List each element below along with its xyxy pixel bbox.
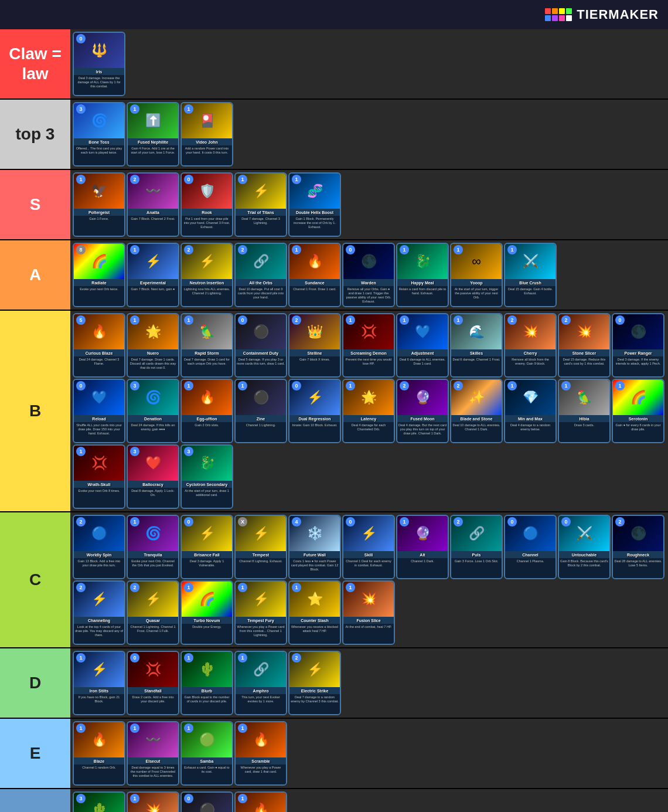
card[interactable]: 0🛡️RookPut 1 card from your draw pile in… [180,172,233,237]
card[interactable]: 1💢Screaming DemonPrevent the next time y… [342,313,395,378]
card-description: Prevent the next time you would lose HP. [343,356,394,376]
card-name: Warden [343,279,394,286]
card[interactable]: 0🔱IrisDeal 3 damage. Increase the damage… [73,32,125,96]
card-cost: 1 [238,723,247,733]
card-art-icon: 🌵 [91,803,107,812]
card[interactable]: 1🦜HibiaDraw 3 cards. [558,379,611,443]
card-name: Hibia [559,415,609,422]
card[interactable]: 1⚔️Blue CrushDeal 15 damage. Gain 4 bott… [504,243,557,307]
card[interactable]: 1🧬Double Helix BoostGain 1 Block. Perman… [288,172,341,237]
card[interactable]: 1💙AdjustmentDeal 6 damage to ALL enemies… [396,313,449,378]
card[interactable]: 3🌵SunthornAt the start of your turn, add… [73,791,125,812]
card[interactable]: 2💥CherryRemove all block from the enemy.… [504,313,557,378]
card[interactable]: 1⚫ZineChannel 1 Lightning. [234,379,287,443]
card[interactable]: 1⚡Tempest FuryWhenever you play a Power … [234,580,287,645]
card-name: Sundance [289,279,340,286]
card[interactable]: 0⚡Dual RegressionInnate: Gain 10 Block. … [288,379,341,443]
card[interactable]: 1🌊SkillesDeal 6 damage. Channel 1 Frost. [450,313,503,378]
card-cost: 1 [238,175,247,184]
card-cost: 3 [76,794,86,803]
card[interactable]: 0⚡Brisance FallDeal 3 damage. Apply 1 Vu… [180,515,233,579]
card[interactable]: 0⚫Millie PlankAt the start of your turn,… [180,791,233,812]
card[interactable]: X⚡TempestChannel 8 Lightning. Exhaust. [234,515,287,579]
card-description: Deal 3 damage. Increase the damage of AL… [74,75,124,95]
card[interactable]: 4❄️Future WallCosts 1 less ● for each Po… [288,515,341,579]
card-cost: 2 [561,315,571,325]
card[interactable]: 0🌑WardenRemove all your Orbs. Gain ● and… [342,243,395,307]
card-cost: 1 [238,583,247,592]
card-description: Deal 7 damage. Channel 3 Lightning. [236,216,286,236]
card[interactable]: 2✨Blade and StoneDeal 10 damage to ALL e… [450,379,503,443]
card[interactable]: 2⚡ChannelingLook at the top 4 cards of y… [73,580,125,645]
card[interactable]: 1🌟NueroDeal 7 damage. Draw 1 cards. Disc… [127,313,179,378]
card[interactable]: 1⚡Trial of TitansDeal 7 damage. Channel … [234,172,287,237]
card[interactable]: 2⚡QuasarChannel 1 Lightning. Channel 1 F… [127,580,179,645]
card[interactable]: 1⚡Iron StiltsIf you have no Block, gain … [73,651,125,715]
card[interactable]: 1🌈SerotoninGain ● for every 6 cards in y… [612,379,664,443]
card[interactable]: 1💎Min and MaxDeal 4 damage to a random e… [504,379,557,443]
card[interactable]: 2👑StellineGain 7 block X times. [288,313,341,378]
card-description: At the start of your turn, draw 1 additi… [182,488,232,508]
card[interactable]: 1🔮AltChannel 1 Dark. [396,515,449,579]
card[interactable]: 8🌈RadiateEvoke your next Orb twice. [73,243,125,307]
card[interactable]: 2⚡Neutron InsertionLightning now hits AL… [180,243,233,307]
card[interactable]: 0🌑Power RangerDeal 3 damage. If the enem… [612,313,664,378]
card[interactable]: 1🎴Video JohnAdd a random Power card into… [180,102,233,167]
card[interactable]: 1💢Wrath-SkullEvoke your next Orb 8 times… [73,444,125,509]
card[interactable]: 1🔗AmphroThis turn, your next Evoker evok… [234,651,287,715]
card[interactable]: 3🌀DenationDeal 24 damage. If this kills … [127,379,179,443]
card[interactable]: 1🌀TranquilaEvoke your next Orb. Channel … [127,515,179,579]
card[interactable]: 1〰️ElsecutDeal damage equal to 3 times t… [127,721,179,786]
card[interactable]: 1🌵BlurbGain Block equal to the number of… [180,651,233,715]
logo-cell [545,15,551,21]
card-name: Stone Slicer [559,349,609,356]
card[interactable]: 2🌑RoughneckDeal 28 damage to ALL enemies… [612,515,664,579]
card-cost: 0 [507,517,517,526]
card-name: Cherry [505,349,555,356]
card-description: Gain Block equal to the number of cards … [182,694,232,714]
card-name: Curious Blaze [74,349,124,356]
card[interactable]: 0⚡SkillChannel 1 Deal for each enemy in … [342,515,395,579]
card[interactable]: 2〰️AnattaGain 7 Block. Channel 2 Frost. [127,172,179,237]
card-cost: 1 [292,175,301,184]
card[interactable]: 1💥TiltGain 5 Block. [127,791,179,812]
card[interactable]: 2🔗PulsGain 3 Force. Lose 1 Orb Slot. [450,515,503,579]
card[interactable]: 1🔥ScrambleWhenever you play a Power card… [234,721,287,786]
card[interactable]: 1🔥BlazeChannel 1 random Orb. [73,721,125,786]
card[interactable]: 2⚡Electric StrikeDeal 7 damage to a rand… [288,651,341,715]
card[interactable]: 1🔥SundanceChannel 1 Frost. Draw 1 card. [288,243,341,307]
card[interactable]: 0⚔️UntouchableGain 8 Block. Because this… [558,515,611,579]
card-name: Bone Toss [74,138,124,145]
card-description: Deal 15 damage. Reduce this card's cost … [559,356,609,376]
card[interactable]: 1⚡ExperimentalGain 7 Block. Next turn, g… [127,243,179,307]
card[interactable]: 2🔵Worldly SpinGain 13 Block. Add a free … [73,515,125,579]
card[interactable]: 0🔵ChannelChannel 1 Plasma. [504,515,557,579]
card[interactable]: 3🐉Cyclotron SecondaryAt the start of you… [180,444,233,509]
card[interactable]: 1🦅PoltergeistGain 1 Force. [73,172,125,237]
card[interactable]: 5🔥Curious BlazeDeal 24 damage. Channel 3… [73,313,125,378]
card[interactable]: 1🟢SambaExhaust a card. Gain ● equal to i… [180,721,233,786]
card[interactable]: 1🔥ViolaxDeal 6 damage. [234,791,287,812]
card[interactable]: 1🌈Turbo NovumDouble your Energy. [180,580,233,645]
card-cost: 1 [76,447,86,456]
card[interactable]: 1∞YooopAt the start of your turn, trigge… [450,243,503,307]
card[interactable]: 2🔮Fused MoonDeal 4 damage. But the next … [396,379,449,443]
card[interactable]: 1🦜Rapid StormDeal 7 damage. Draw 1 card … [180,313,233,378]
card[interactable]: 1🌟LatencyDeal 4 damage for each Channele… [342,379,395,443]
card-description: At the start of your turn, trigger the p… [451,286,502,306]
card[interactable]: 1🔥Egg-uffionGain 2 Orb slots. [180,379,233,443]
card[interactable]: 3🌀Bone TossOffered... The first card you… [73,102,125,167]
card[interactable]: 1⭐Counter SlashWhenever you receive a bl… [288,580,341,645]
card[interactable]: 1💥Fusion SliceAt the end of combat, heal… [342,580,395,645]
card-description: Gain 1 Force. [74,216,124,236]
card-cost: 0 [184,175,193,184]
card-cost: 2 [184,245,193,254]
card[interactable]: 0💙ReloadShuffle ALL your cards into your… [73,379,125,443]
card[interactable]: 2💥Stone SlicerDeal 15 damage. Reduce thi… [558,313,611,378]
card[interactable]: 0💢StandfallDraw 2 cards. Add a free into… [127,651,179,715]
card[interactable]: 0⚫Containment DutyDeal 5 damage. If you … [234,313,287,378]
card[interactable]: 2🔗All the OrbsDeal 10 damage. Put all co… [234,243,287,307]
card[interactable]: 1🐉Happy MealRetain a card from discard p… [396,243,449,307]
card[interactable]: 1⬆️Fused NephiliteGain 4 Force. Add 1 or… [127,102,179,167]
card[interactable]: 3❤️BallocracyDeal 8 damage. Apply 1 Lock… [127,444,179,509]
